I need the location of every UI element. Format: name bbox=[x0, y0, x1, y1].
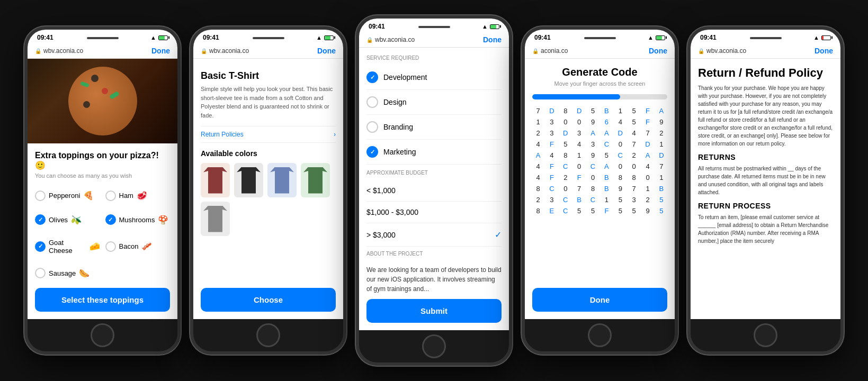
checkbox-bacon[interactable] bbox=[105, 241, 116, 252]
topping-goat-cheese[interactable]: Goat Cheese 🧀 bbox=[35, 234, 100, 259]
topping-olives[interactable]: Olives 🫒 bbox=[35, 211, 100, 230]
budget-mid[interactable]: $1,000 - $3,000 bbox=[366, 202, 502, 223]
checkbox-olives[interactable] bbox=[35, 214, 46, 225]
pizza-title: Extra toppings on your pizza?! 🙂 bbox=[35, 151, 170, 170]
code-cell: 3 bbox=[574, 129, 585, 137]
lock-icon-3: 🔒 bbox=[366, 37, 373, 43]
code-cell: A bbox=[642, 151, 654, 159]
status-icons-2: ▲ bbox=[316, 34, 334, 41]
screen-5: Return / Refund Policy Thank you for you… bbox=[691, 59, 840, 319]
lock-icon-2: 🔒 bbox=[201, 48, 207, 54]
color-swatches bbox=[201, 163, 336, 197]
swatch-green[interactable] bbox=[301, 163, 330, 197]
topping-mushrooms[interactable]: Mushrooms 🍄 bbox=[105, 211, 171, 230]
pizza-tomato bbox=[102, 88, 108, 94]
time-3: 09:41 bbox=[369, 23, 385, 30]
swatch-black[interactable] bbox=[234, 163, 263, 197]
code-row: A 4 8 1 9 5 C 2 A D bbox=[532, 151, 667, 159]
checkbox-pepperoni[interactable] bbox=[35, 190, 46, 201]
topping-ham[interactable]: Ham 🥩 bbox=[105, 186, 171, 205]
code-done-button[interactable]: Done bbox=[532, 288, 667, 312]
submit-button[interactable]: Submit bbox=[366, 299, 502, 323]
wifi-icon-4: ▲ bbox=[648, 34, 654, 41]
time-1: 09:41 bbox=[37, 34, 53, 41]
topping-pepperoni[interactable]: Pepperoni 🍕 bbox=[35, 186, 100, 205]
status-bar-1: 09:41 ▲ bbox=[28, 30, 177, 43]
code-cell: A bbox=[656, 107, 667, 115]
radio-branding[interactable] bbox=[366, 121, 378, 133]
battery-icon bbox=[158, 35, 168, 40]
time-4: 09:41 bbox=[534, 34, 551, 41]
code-cell: C bbox=[560, 196, 571, 204]
service-development-label: Development bbox=[383, 73, 427, 81]
code-cell: 9 bbox=[656, 118, 667, 126]
service-design[interactable]: Design bbox=[366, 90, 502, 115]
budget-low[interactable]: < $1,000 bbox=[366, 180, 502, 202]
home-button-2[interactable] bbox=[256, 323, 280, 347]
home-button-3[interactable] bbox=[422, 334, 446, 358]
done-button-1[interactable]: Done bbox=[151, 47, 170, 55]
code-content: Generate Code Move your finger across th… bbox=[525, 59, 675, 319]
code-cell: 8 bbox=[560, 151, 571, 159]
code-cell: 3 bbox=[546, 196, 558, 204]
battery-icon-5 bbox=[821, 35, 831, 40]
code-cell: 2 bbox=[532, 196, 544, 204]
home-button-1[interactable] bbox=[91, 323, 114, 347]
code-cell: E bbox=[546, 207, 558, 215]
done-button-5[interactable]: Done bbox=[815, 47, 833, 55]
swatch-red[interactable] bbox=[201, 163, 230, 197]
radio-design[interactable] bbox=[366, 96, 378, 108]
code-cell: 2 bbox=[628, 151, 640, 159]
topping-bacon[interactable]: Bacon 🥓 bbox=[105, 234, 171, 259]
policy-process-text: To return an item, [please email custome… bbox=[698, 213, 833, 245]
code-cell: 7 bbox=[574, 185, 585, 193]
checkbox-goat-cheese[interactable] bbox=[35, 241, 46, 252]
return-link[interactable]: Return Policies › bbox=[201, 126, 336, 143]
wifi-icon-3: ▲ bbox=[482, 23, 488, 30]
home-button-4[interactable] bbox=[588, 323, 612, 347]
wifi-icon-5: ▲ bbox=[813, 34, 819, 41]
code-cell: 7 bbox=[532, 107, 544, 115]
service-development[interactable]: Development bbox=[366, 65, 502, 90]
code-cell: 4 bbox=[546, 151, 558, 159]
service-marketing-label: Marketing bbox=[383, 148, 416, 156]
code-cell: 0 bbox=[560, 185, 571, 193]
radio-development[interactable] bbox=[366, 71, 378, 83]
code-cell: 0 bbox=[574, 118, 585, 126]
phone-3-service: 09:41 ▲ 🔒 wbv.aconia.co Done Service Req… bbox=[356, 15, 512, 366]
code-cell: 0 bbox=[614, 140, 626, 148]
code-cell: C bbox=[614, 151, 626, 159]
checkbox-ham[interactable] bbox=[105, 190, 116, 201]
time-5: 09:41 bbox=[700, 34, 717, 41]
budget-check-icon: ✓ bbox=[495, 230, 502, 240]
checkbox-mushrooms[interactable] bbox=[105, 214, 116, 225]
choose-button[interactable]: Choose bbox=[201, 288, 336, 312]
select-toppings-button[interactable]: Select these toppings bbox=[35, 288, 170, 312]
topping-sausage[interactable]: Sausage 🌭 bbox=[35, 264, 100, 283]
service-branding[interactable]: Branding bbox=[366, 115, 502, 140]
swatch-gray[interactable] bbox=[201, 202, 230, 236]
code-cell: 2 bbox=[642, 196, 654, 204]
budget-low-label: < $1,000 bbox=[366, 186, 396, 195]
code-cell: 0 bbox=[614, 162, 626, 170]
pizza-circle bbox=[68, 67, 137, 135]
checkbox-sausage[interactable] bbox=[35, 268, 46, 278]
code-cell: 5 bbox=[614, 196, 626, 204]
done-button-3[interactable]: Done bbox=[483, 35, 502, 44]
code-row: 1 3 0 0 9 6 4 5 F 9 bbox=[532, 118, 667, 126]
budget-high[interactable]: > $3,000 ✓ bbox=[366, 223, 502, 247]
tshirt-content: Basic T-Shirt Simple style will help you… bbox=[193, 59, 343, 319]
radio-marketing[interactable] bbox=[366, 146, 378, 158]
tshirt-desc: Simple style will help you look your bes… bbox=[201, 85, 336, 120]
swatch-blue[interactable] bbox=[267, 163, 297, 197]
done-button-4[interactable]: Done bbox=[649, 47, 667, 55]
done-button-2[interactable]: Done bbox=[317, 47, 336, 55]
code-cell: 9 bbox=[587, 118, 599, 126]
code-cell: 0 bbox=[642, 174, 654, 182]
service-design-label: Design bbox=[383, 98, 407, 106]
screen-1: Extra toppings on your pizza?! 🙂 You can… bbox=[28, 59, 177, 319]
budget-mid-label: $1,000 - $3,000 bbox=[366, 208, 418, 216]
policy-returns-text: All returns must be postmarked within __… bbox=[698, 165, 833, 196]
home-button-5[interactable] bbox=[754, 323, 777, 347]
service-marketing[interactable]: Marketing bbox=[366, 140, 502, 165]
